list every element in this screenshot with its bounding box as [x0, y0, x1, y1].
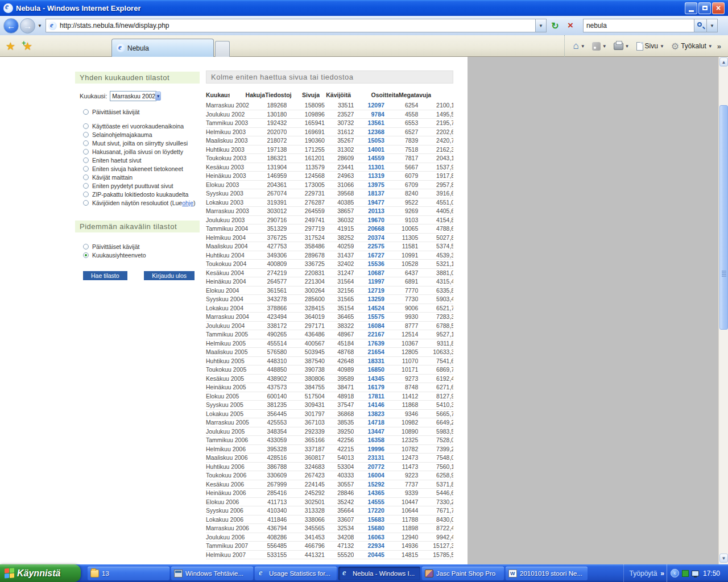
cell-kavijoita[interactable]: 13447	[357, 427, 384, 436]
cell-kavijoita[interactable]: 15536	[357, 260, 384, 268]
cell-kavijoita[interactable]: 16084	[357, 322, 384, 330]
radio-icon[interactable]	[83, 252, 89, 258]
vertical-scrollbar[interactable]: ▲ ▼	[718, 57, 728, 564]
radio-option[interactable]: Kuukausiyhteenveto	[83, 251, 202, 259]
taskbar-task-button[interactable]: Jasc Paint Shop Pro	[422, 567, 504, 580]
cell-kavijoita[interactable]: 12097	[357, 101, 384, 110]
cell-kavijoita[interactable]: 15683	[357, 516, 384, 524]
cell-kavijoita[interactable]: 20445	[357, 551, 384, 559]
radio-icon[interactable]	[83, 140, 89, 146]
radio-icon[interactable]	[83, 166, 89, 172]
cell-kavijoita[interactable]: 22167	[357, 330, 384, 339]
cell-kavijoita[interactable]: 9784	[357, 110, 384, 119]
search-box[interactable]	[583, 19, 694, 32]
cell-kavijoita[interactable]: 10687	[357, 269, 384, 277]
cell-kavijoita[interactable]: 15292	[357, 480, 384, 489]
back-button[interactable]: ←	[3, 18, 19, 34]
radio-icon[interactable]	[83, 200, 89, 206]
cell-kavijoita[interactable]: 16727	[357, 251, 384, 260]
cell-kavijoita[interactable]: 12368	[357, 128, 384, 136]
month-select[interactable]: Marraskuu 2002 ▼	[110, 91, 156, 101]
cell-kavijoita[interactable]: 20113	[357, 207, 384, 215]
network-icon[interactable]	[692, 571, 699, 576]
cell-kavijoita[interactable]: 14524	[357, 304, 384, 313]
radio-option[interactable]: Selainohjelmajakauma	[83, 130, 202, 139]
cell-kavijoita[interactable]: 17639	[357, 339, 384, 348]
new-tab-button[interactable]	[215, 41, 230, 57]
tray-app-icon[interactable]	[682, 570, 689, 577]
toolbar-chevron[interactable]: »	[660, 569, 664, 577]
address-dropdown-button[interactable]: ▼	[536, 19, 547, 32]
scroll-down-button[interactable]: ▼	[719, 554, 728, 563]
cell-kavijoita[interactable]: 16358	[357, 436, 384, 444]
forward-button[interactable]: →	[20, 18, 35, 34]
more-commands-chevron[interactable]: »	[717, 42, 721, 51]
cell-kavijoita[interactable]: 13561	[357, 119, 384, 127]
cell-kavijoita[interactable]: 13259	[357, 295, 384, 304]
cell-kavijoita[interactable]: 22575	[357, 242, 384, 251]
taskbar-task-button[interactable]: Nebula - Windows I...	[338, 567, 420, 580]
restore-button[interactable]	[698, 2, 711, 14]
cell-kavijoita[interactable]: 16179	[357, 383, 384, 392]
radio-icon[interactable]	[83, 123, 89, 129]
taskbar-task-button[interactable]: Usage Statistics for...	[255, 567, 337, 580]
print-button[interactable]: ▼	[611, 41, 632, 52]
taskbar-task-button[interactable]: 13	[88, 567, 169, 580]
radio-icon[interactable]	[83, 192, 89, 197]
cell-kavijoita[interactable]: 14718	[357, 418, 384, 427]
cell-kavijoita[interactable]: 14365	[357, 489, 384, 497]
cell-kavijoita[interactable]: 20668	[357, 225, 384, 233]
cell-kavijoita[interactable]: 14555	[357, 498, 384, 506]
cell-kavijoita[interactable]: 16850	[357, 365, 384, 374]
cell-kavijoita[interactable]: 19670	[357, 216, 384, 225]
cell-kavijoita[interactable]: 15575	[357, 313, 384, 321]
radio-option[interactable]: Kävijät maittain	[83, 173, 202, 181]
radio-option[interactable]: Kävijöiden näytön resoluutiot (Lue ohje)	[83, 198, 202, 207]
feeds-button[interactable]: ▼	[590, 40, 609, 52]
cell-kavijoita[interactable]: 11301	[357, 163, 384, 172]
radio-icon[interactable]	[83, 149, 89, 155]
radio-option[interactable]: Käyttöaste eri vuorokaudenaikoina	[83, 122, 202, 130]
radio-icon[interactable]	[83, 157, 89, 163]
radio-icon[interactable]	[83, 244, 89, 250]
ohje-link[interactable]: ohje	[182, 199, 193, 206]
radio-option[interactable]: Hakusanat, joilla sivusi on löydetty	[83, 147, 202, 156]
radio-icon[interactable]	[83, 174, 89, 180]
page-menu-button[interactable]: Sivu▼	[634, 40, 667, 52]
radio-option[interactable]: Muut sivut, joilta on siirrytty sivuille…	[83, 139, 202, 147]
refresh-button[interactable]: ↻	[548, 19, 562, 32]
cell-kavijoita[interactable]: 11997	[357, 277, 384, 286]
close-button[interactable]: ×	[712, 2, 725, 14]
select-arrow-icon[interactable]: ▼	[155, 92, 161, 101]
fetch-stats-button[interactable]: Hae tilasto	[83, 271, 127, 280]
cell-kavijoita[interactable]: 19996	[357, 445, 384, 454]
radio-option[interactable]: Eniten haetut sivut	[83, 156, 202, 164]
search-button[interactable]	[694, 19, 707, 32]
radio-option[interactable]: Eniten pyydetyt puuttuvat sivut	[83, 181, 202, 190]
cell-kavijoita[interactable]: 11319	[357, 172, 384, 180]
radio-option[interactable]: Päivittäiset kävijät	[83, 242, 202, 251]
cell-kavijoita[interactable]: 18137	[357, 189, 384, 198]
radio-option[interactable]: Päivittäiset kävijät	[83, 107, 202, 116]
tools-menu-button[interactable]: ⚙Työkalut▼	[669, 39, 715, 53]
radio-icon[interactable]	[83, 132, 89, 138]
taskbar-task-button[interactable]: 20101019 stoori Ne...	[506, 567, 588, 580]
radio-icon[interactable]	[83, 109, 89, 115]
cell-kavijoita[interactable]: 14001	[357, 146, 384, 154]
cell-kavijoita[interactable]: 15680	[357, 524, 384, 533]
start-button[interactable]: Käynnistä	[0, 564, 81, 582]
cell-kavijoita[interactable]: 14146	[357, 401, 384, 409]
cell-kavijoita[interactable]: 22934	[357, 542, 384, 550]
radio-option[interactable]: ZIP-pakattu lokitiedosto kuukaudelta	[83, 190, 202, 198]
minimize-button[interactable]	[685, 2, 697, 14]
favorites-star-icon[interactable]: ★	[6, 40, 15, 53]
taskbar-task-button[interactable]: Windows Tehtävie...	[171, 567, 253, 580]
cell-kavijoita[interactable]: 16063	[357, 533, 384, 542]
radio-option[interactable]: Eniten sivuja hakeneet tietokoneet	[83, 164, 202, 173]
cell-kavijoita[interactable]: 18331	[357, 357, 384, 365]
cell-kavijoita[interactable]: 20374	[357, 234, 384, 242]
cell-kavijoita[interactable]: 14345	[357, 375, 384, 383]
cell-kavijoita[interactable]: 21654	[357, 348, 384, 356]
logout-button[interactable]: Kirjaudu ulos	[144, 271, 195, 280]
cell-kavijoita[interactable]: 12719	[357, 286, 384, 295]
